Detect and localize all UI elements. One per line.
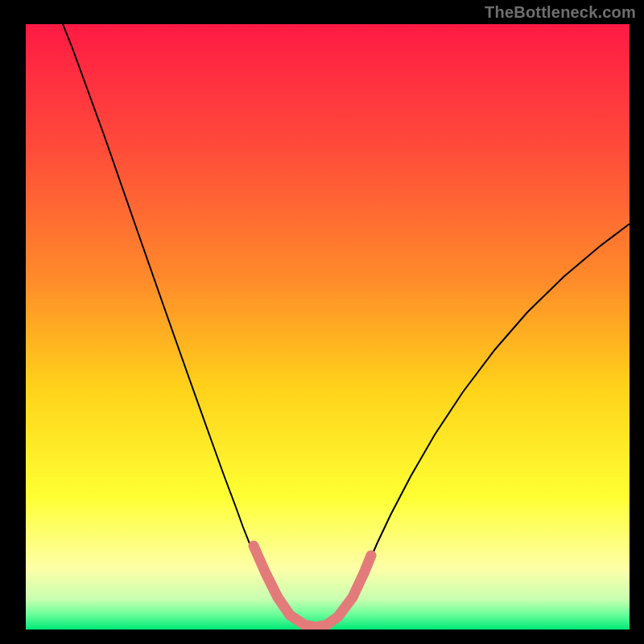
plot-background <box>26 24 630 630</box>
site-watermark: TheBottleneck.com <box>485 3 636 22</box>
bottleneck-chart: TheBottleneck.com <box>0 0 644 644</box>
chart-canvas <box>0 0 644 644</box>
